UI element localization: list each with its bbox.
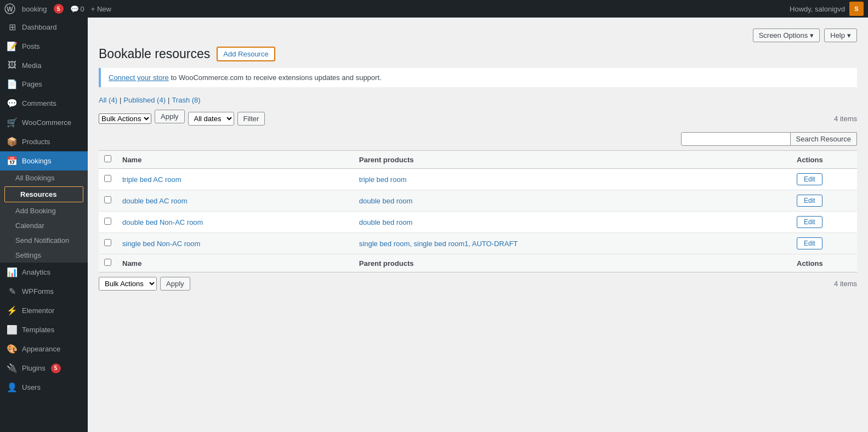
main-inner: Screen Options ▾ Help ▾ Bookable resourc… [88,18,868,302]
chevron-down-icon: ▾ [847,31,851,39]
search-resource-input[interactable] [681,132,791,146]
submenu-send-notification[interactable]: Send Notification [0,233,88,248]
resource-name-link[interactable]: double bed AC room [122,197,188,205]
main-content: Screen Options ▾ Help ▾ Bookable resourc… [88,18,868,432]
comment-icon: 💬 [70,5,79,13]
sidebar-item-plugins[interactable]: 🔌 Plugins 5 [0,359,88,378]
row-actions-cell: Edit [791,212,857,233]
select-all-footer-checkbox[interactable] [104,259,111,266]
filter-published-link[interactable]: Published (4) [123,96,166,104]
help-button[interactable]: Help ▾ [824,29,857,42]
sidebar-item-media[interactable]: 🖼 Media [0,56,88,75]
sep2: | [168,96,169,104]
sidebar-item-wpforms[interactable]: ✎ WPForms [0,282,88,301]
name-column-header: Name [117,151,354,169]
submenu-calendar[interactable]: Calendar [0,218,88,233]
apply-top-button[interactable]: Apply [155,110,185,123]
all-count: (4) [109,96,117,104]
filter-button[interactable]: Filter [237,112,265,126]
products-icon: 📦 [7,137,18,147]
sidebar-item-label: Appearance [22,345,60,353]
submenu-add-booking[interactable]: Add Booking [0,203,88,218]
screen-options-button[interactable]: Screen Options ▾ [753,29,820,42]
topbar-site[interactable]: booking [22,5,47,13]
media-icon: 🖼 [7,60,18,70]
edit-button[interactable]: Edit [797,216,822,228]
submenu-all-bookings[interactable]: All Bookings [0,170,88,185]
tablenav-bottom-row: Bulk Actions Apply 4 items [99,277,857,291]
row-checkbox[interactable] [104,218,111,225]
sep1: | [120,96,121,104]
sidebar-item-appearance[interactable]: 🎨 Appearance [0,339,88,359]
updates-badge[interactable]: 5 [54,4,64,14]
row-actions-cell: Edit [791,233,857,254]
plugins-icon: 🔌 [7,363,18,373]
analytics-icon: 📊 [7,267,18,277]
table-footer: Name Parent products Actions [99,254,857,272]
apply-bottom-button[interactable]: Apply [160,277,190,291]
bulk-actions-bottom-select[interactable]: Bulk Actions [99,277,157,291]
templates-icon: ⬜ [7,325,18,335]
resource-name-link[interactable]: double bed Non-AC room [122,218,203,226]
submenu-label: Add Booking [15,207,56,215]
sidebar-item-dashboard[interactable]: ⊞ Dashboard [0,18,88,37]
filter-all-link[interactable]: All (4) [99,96,117,104]
sidebar-item-label: Elementor [22,306,54,315]
sidebar-item-users[interactable]: 👤 Users [0,378,88,397]
row-parent-cell: triple bed room [354,169,791,190]
sidebar-item-elementor[interactable]: ⚡ Elementor [0,301,88,320]
date-filter-select[interactable]: All dates [188,112,234,126]
edit-button[interactable]: Edit [797,195,822,207]
wp-logo-icon[interactable]: W [4,3,15,14]
parent-product-link[interactable]: single bed room, single bed room1, AUTO-… [359,240,518,248]
parent-product-link[interactable]: double bed room [359,197,413,205]
parent-product-link[interactable]: double bed room [359,218,413,226]
submenu-resources[interactable]: Resources [4,186,83,202]
notice-bar: Connect your store to WooCommerce.com to… [99,68,857,87]
resource-name-link[interactable]: single bed Non-AC room [122,240,200,248]
row-checkbox[interactable] [104,196,111,203]
sidebar-item-templates[interactable]: ⬜ Templates [0,320,88,339]
add-resource-button[interactable]: Add Resource [217,47,275,61]
search-resource-button[interactable]: Search Resource [791,132,857,146]
sidebar-item-label: WPForms [22,287,54,295]
sidebar-item-posts[interactable]: 📝 Posts [0,37,88,56]
edit-button[interactable]: Edit [797,173,822,185]
sidebar-item-products[interactable]: 📦 Products [0,132,88,151]
parent-product-link[interactable]: triple bed room [359,175,407,184]
sidebar-item-label: Analytics [22,268,50,276]
actions-column-header: Actions [791,151,857,169]
tablenav-top-left: Bulk Actions Apply All dates Filter [99,110,834,128]
connect-store-link[interactable]: Connect your store [109,73,169,82]
table-body: triple bed AC room triple bed room Edit … [99,169,857,254]
row-parent-cell: single bed room, single bed room1, AUTO-… [354,233,791,254]
topbar: W booking 5 💬 0 + New Howdy, salonigvd S [0,0,868,18]
filter-trash-link[interactable]: Trash (8) [172,96,200,104]
table-footer-row: Name Parent products Actions [99,254,857,272]
sidebar-item-pages[interactable]: 📄 Pages [0,75,88,94]
sidebar-item-label: Templates [22,326,54,334]
edit-button[interactable]: Edit [797,237,822,249]
resources-table: Name Parent products Actions triple bed … [99,150,857,272]
table-row: single bed Non-AC room single bed room, … [99,233,857,254]
screen-options-label: Screen Options [759,31,808,39]
comments-number: 0 [81,5,84,13]
user-avatar[interactable]: S [849,2,864,16]
sidebar-item-bookings[interactable]: 📅 Bookings [0,151,88,170]
select-all-checkbox[interactable] [104,155,111,162]
sidebar-item-woocommerce[interactable]: 🛒 WooCommerce [0,113,88,132]
comments-count[interactable]: 💬 0 [70,5,84,13]
bookings-submenu: All Bookings Resources Add Booking Calen… [0,170,88,263]
published-label: Published [123,96,155,104]
row-parent-cell: double bed room [354,190,791,212]
new-button[interactable]: + New [91,5,111,13]
sidebar-item-analytics[interactable]: 📊 Analytics [0,263,88,282]
resource-name-link[interactable]: triple bed AC room [122,175,181,184]
row-checkbox[interactable] [104,175,111,182]
bulk-actions-top-select[interactable]: Bulk Actions [99,113,151,124]
elementor-icon: ⚡ [7,305,18,316]
submenu-settings[interactable]: Settings [0,248,88,263]
all-label: All [99,96,106,104]
sidebar-item-comments[interactable]: 💬 Comments [0,94,88,113]
row-checkbox[interactable] [104,239,111,246]
